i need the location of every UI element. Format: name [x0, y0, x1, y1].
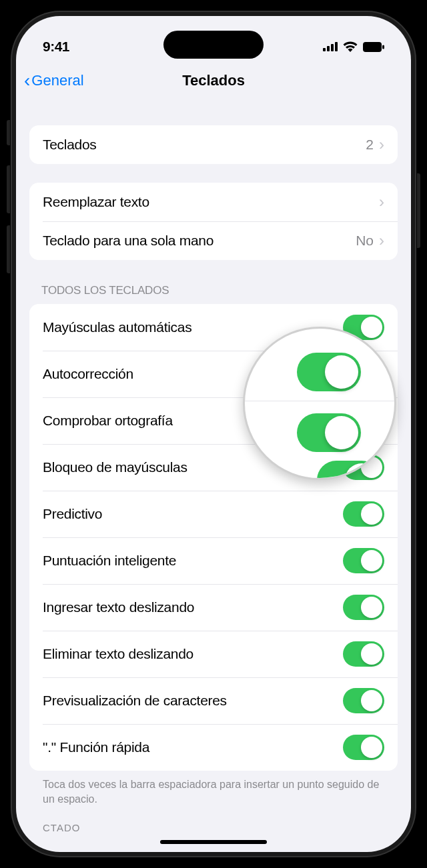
toggle-smart-punct: Puntuación inteligente [29, 537, 398, 584]
back-label: General [31, 72, 83, 89]
magnifier-overlay [243, 327, 396, 480]
toggle-switch[interactable] [343, 548, 384, 573]
svg-rect-2 [331, 44, 334, 51]
svg-rect-5 [382, 45, 384, 49]
magnified-toggle-1 [297, 353, 361, 391]
chevron-right-icon: › [379, 194, 384, 210]
toggle-swipe-type: Ingresar texto deslizando [29, 584, 398, 631]
wifi-icon [343, 41, 358, 52]
toggle-predictive: Predictivo [29, 491, 398, 537]
dynamic-island [163, 31, 264, 59]
svg-rect-1 [327, 46, 330, 51]
battery-icon [363, 42, 384, 52]
toggle-quick-period: "." Función rápida [29, 724, 398, 771]
back-button[interactable]: ‹ General [24, 71, 84, 90]
toggle-switch[interactable] [343, 641, 384, 667]
footer-text: Toca dos veces la barra espaciadora para… [29, 771, 398, 806]
toggle-switch[interactable] [343, 501, 384, 527]
home-indicator[interactable] [160, 840, 267, 844]
status-time: 9:41 [43, 39, 69, 55]
svg-rect-3 [335, 42, 338, 51]
keyboards-label: Teclados [43, 137, 96, 153]
toggle-switch[interactable] [343, 735, 384, 760]
svg-rect-0 [323, 48, 326, 51]
partial-header: CTADO [29, 806, 398, 833]
cellular-icon [323, 42, 338, 51]
page-title: Teclados [182, 72, 245, 89]
toggle-swipe-delete: Eliminar texto deslizando [29, 631, 398, 677]
keyboards-value: 2 [366, 137, 374, 153]
keyboards-row[interactable]: Teclados 2 › [29, 125, 398, 164]
text-replace-row[interactable]: Reemplazar texto › [29, 183, 398, 221]
status-icons [323, 41, 384, 52]
toggle-switch[interactable] [343, 688, 384, 713]
magnified-toggle-2 [297, 413, 361, 452]
toggle-char-preview: Previsualización de caracteres [29, 677, 398, 724]
onehand-row[interactable]: Teclado para una sola mano No › [29, 221, 398, 260]
chevron-right-icon: › [379, 137, 384, 153]
onehand-value: No [356, 233, 374, 249]
chevron-right-icon: › [379, 233, 384, 249]
onehand-label: Teclado para una sola mano [43, 233, 214, 249]
nav-bar: ‹ General Teclados [16, 61, 411, 101]
text-replace-label: Reemplazar texto [43, 194, 149, 210]
chevron-left-icon: ‹ [24, 71, 30, 90]
toggle-switch[interactable] [343, 595, 384, 620]
svg-rect-4 [363, 42, 382, 52]
all-keyboards-header: TODOS LOS TECLADOS [29, 260, 398, 304]
